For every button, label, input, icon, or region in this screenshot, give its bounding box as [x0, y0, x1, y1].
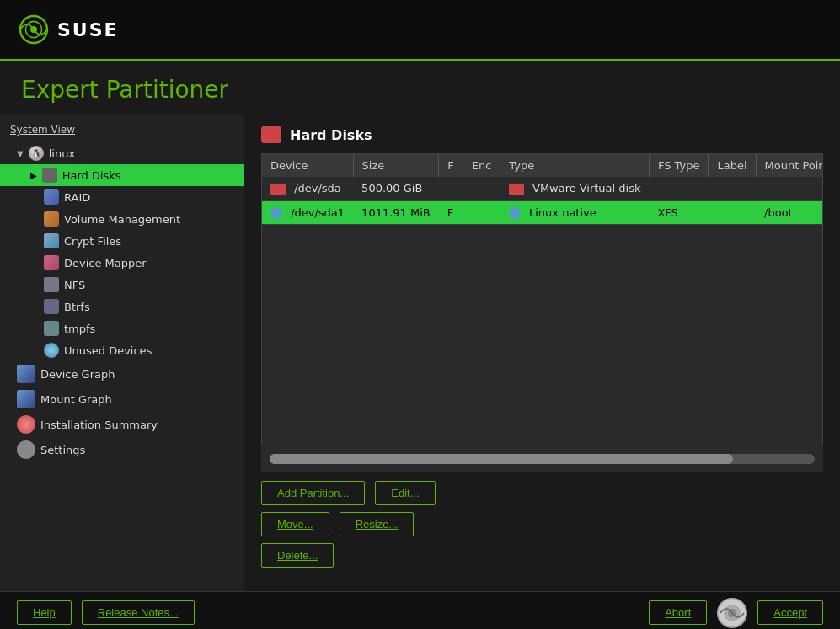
partition-icon	[270, 207, 282, 219]
panel-title: Hard Disks	[261, 126, 823, 143]
disk-icon	[270, 184, 286, 195]
scrollbar-thumb	[270, 454, 733, 464]
cell-label	[709, 200, 756, 225]
chevron-right-icon: ▶	[30, 171, 37, 180]
cell-mountpoint: /boot	[756, 200, 822, 225]
sidebar-item-label: NFS	[64, 279, 85, 291]
sidebar-item-label: linux	[49, 147, 75, 160]
horizontal-scrollbar[interactable]	[261, 445, 823, 472]
sidebar-item-label: Unused Devices	[64, 344, 152, 357]
table-body: /dev/sda 500.00 GiB VMware-Virtual disk	[262, 177, 822, 225]
sidebar-item-label: Volume Management	[64, 213, 180, 226]
table-row[interactable]: /dev/sda 500.00 GiB VMware-Virtual disk	[262, 177, 822, 200]
sidebar-item-nfs[interactable]: NFS	[0, 274, 244, 296]
header: SUSE	[0, 0, 840, 61]
vmware-disk-icon	[509, 184, 524, 195]
cell-f	[439, 177, 463, 200]
system-view-label: System View	[0, 120, 244, 142]
cell-type: VMware-Virtual disk	[500, 177, 650, 200]
accept-button[interactable]: Accept	[757, 600, 823, 625]
cell-mountpoint	[756, 177, 822, 200]
add-partition-button[interactable]: Add Partition...	[261, 481, 365, 505]
btn-row-3: Delete...	[261, 543, 823, 568]
sidebar-item-device-mapper[interactable]: Device Mapper	[0, 252, 244, 274]
edit-button[interactable]: Edit...	[375, 481, 435, 505]
col-device: Device	[262, 154, 353, 177]
logo: SUSE	[17, 13, 119, 46]
bottom-left-buttons: Help Release Notes...	[17, 600, 195, 625]
abort-button[interactable]: Abort	[649, 600, 707, 625]
cell-size: 1011.91 MiB	[353, 200, 439, 225]
help-button[interactable]: Help	[17, 600, 72, 625]
settings-icon	[17, 440, 35, 459]
btrfs-icon	[44, 299, 59, 314]
sidebar-item-tmpfs[interactable]: tmpfs	[0, 317, 244, 339]
sidebar-item-label: RAID	[64, 191, 90, 204]
sidebar-item-label: Settings	[40, 444, 85, 456]
sidebar-item-linux[interactable]: ▼ 🐧 linux	[0, 142, 244, 164]
suse-logo-icon	[17, 13, 51, 46]
cell-enc	[463, 200, 500, 225]
cell-fstype	[649, 177, 709, 200]
cell-enc	[463, 177, 500, 200]
suse-bottom-logo	[717, 598, 747, 628]
sidebar-item-label: Device Graph	[40, 368, 115, 381]
mount-graph-icon	[17, 390, 35, 408]
sidebar-item-device-graph[interactable]: Device Graph	[0, 361, 244, 386]
btn-row-1: Add Partition... Edit...	[261, 481, 823, 505]
sidebar-item-label: tmpfs	[64, 322, 95, 335]
unused-icon	[44, 343, 59, 358]
sidebar-item-label: Btrfs	[64, 301, 90, 313]
col-label: Label	[709, 154, 756, 177]
table-scroll[interactable]: Device Size F Enc Type FS Type Label Mou…	[262, 154, 822, 445]
logo-text: SUSE	[57, 19, 119, 40]
sidebar-item-settings[interactable]: Settings	[0, 437, 244, 462]
sidebar-item-mount-graph[interactable]: Mount Graph	[0, 386, 244, 412]
sidebar-item-btrfs[interactable]: Btrfs	[0, 296, 244, 317]
panel-hdd-icon	[261, 126, 281, 143]
device-graph-icon	[17, 365, 35, 383]
cell-f: F	[439, 200, 463, 225]
crypt-icon	[44, 233, 59, 248]
sidebar-item-installation-summary[interactable]: Installation Summary	[0, 412, 244, 437]
sidebar-item-unused-devices[interactable]: Unused Devices	[0, 339, 244, 361]
cell-label	[709, 177, 756, 200]
sidebar-item-label: Mount Graph	[40, 393, 112, 406]
sidebar-item-hard-disks[interactable]: ▶ Hard Disks	[0, 164, 244, 186]
hdd-icon	[42, 168, 57, 183]
right-panel: Hard Disks Device Size F Enc Type FS Typ…	[244, 114, 840, 591]
move-button[interactable]: Move...	[261, 512, 329, 536]
release-notes-button[interactable]: Release Notes...	[82, 600, 195, 625]
btn-row-2: Move... Resize...	[261, 512, 823, 536]
sidebar-item-label: Device Mapper	[64, 257, 147, 269]
cell-device: /dev/sda	[262, 177, 353, 200]
sidebar-item-raid[interactable]: RAID	[0, 186, 244, 208]
volume-mgmt-icon	[44, 211, 59, 227]
page-title: Expert Partitioner	[21, 76, 819, 104]
nfs-icon	[44, 277, 59, 292]
bottom-bar: Help Release Notes... Abort Accept	[0, 591, 840, 629]
installation-summary-icon	[17, 415, 35, 434]
sidebar-item-label: Crypt Files	[64, 235, 121, 248]
device-mapper-icon	[44, 255, 59, 270]
scrollbar-track	[270, 454, 815, 464]
col-enc: Enc	[463, 154, 500, 177]
linux-native-icon	[509, 207, 521, 219]
chevron-down-icon: ▼	[17, 149, 24, 158]
main-content: System View ▼ 🐧 linux ▶ Hard Disks RAID …	[0, 114, 840, 591]
sidebar-item-label: Installation Summary	[40, 418, 158, 431]
bottom-right-buttons: Abort Accept	[649, 598, 823, 628]
resize-button[interactable]: Resize...	[340, 512, 415, 536]
table-row[interactable]: /dev/sda1 1011.91 MiB F Linux native XFS	[262, 200, 822, 225]
sidebar-item-crypt-files[interactable]: Crypt Files	[0, 230, 244, 252]
sidebar-item-volume-management[interactable]: Volume Management	[0, 208, 244, 230]
title-bar: Expert Partitioner	[0, 61, 840, 114]
col-size: Size	[353, 154, 439, 177]
cell-device: /dev/sda1	[262, 200, 353, 225]
col-mountpoint: Mount Point	[756, 154, 822, 177]
col-f: F	[439, 154, 463, 177]
linux-icon: 🐧	[29, 146, 44, 161]
tmpfs-icon	[44, 321, 59, 336]
delete-button[interactable]: Delete...	[261, 543, 334, 568]
sidebar-item-label: Hard Disks	[62, 169, 121, 182]
